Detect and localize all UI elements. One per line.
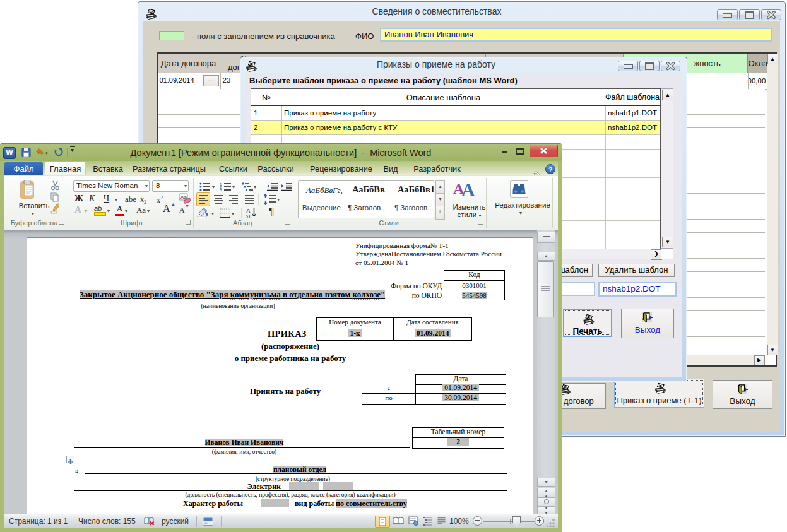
svg-text:Я: Я: [246, 213, 250, 219]
svg-text:3: 3: [220, 189, 222, 191]
svg-text:Аа: Аа: [180, 194, 187, 200]
